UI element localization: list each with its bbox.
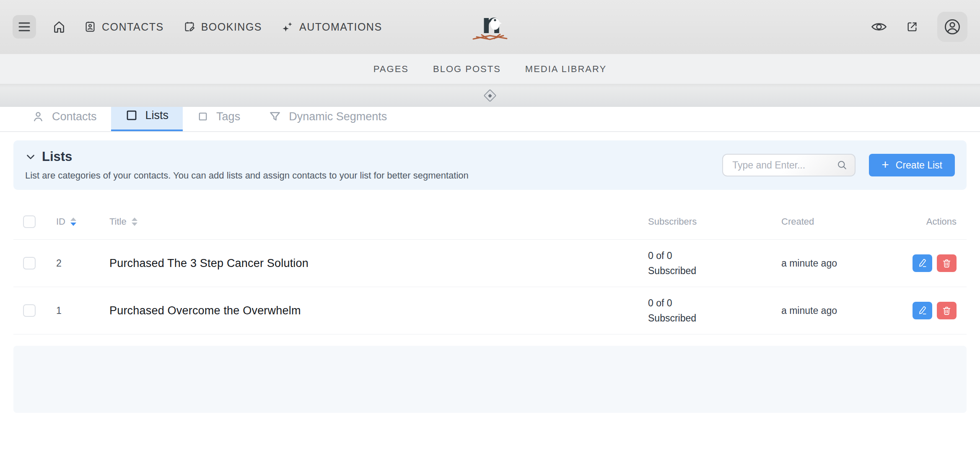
top-bar: CONTACTS BOOKINGS AUTOMATIONS n (0, 0, 980, 54)
row-subscribers-count: 0 of 0 (648, 248, 774, 263)
subnav-media-library[interactable]: MEDIA LIBRARY (525, 64, 607, 75)
logo-bird-eye (494, 19, 496, 21)
nav-contacts-label: CONTACTS (102, 21, 164, 33)
external-link-icon (905, 20, 919, 34)
header-gradient-strip (0, 84, 980, 107)
edit-list-button[interactable] (913, 254, 932, 272)
chevron-down-icon[interactable] (25, 151, 36, 162)
nav-automations-label: AUTOMATIONS (299, 21, 382, 33)
lists-panel-description: List are categories of your contacts. Yo… (25, 170, 722, 181)
row-created: a minute ago (781, 305, 837, 316)
delete-list-button[interactable] (937, 254, 957, 272)
empty-footer-panel (13, 346, 967, 413)
row-subscribers-label: Subscribed (648, 263, 774, 278)
tab-tags[interactable]: Tags (183, 107, 254, 132)
nav-bookings[interactable]: BOOKINGS (183, 21, 262, 33)
pencil-icon (917, 305, 928, 316)
tab-dynamic-segments[interactable]: Dynamic Segments (254, 107, 401, 132)
preview-button[interactable] (871, 21, 887, 33)
nav-bookings-label: BOOKINGS (201, 21, 262, 33)
eye-icon (871, 21, 887, 33)
top-bar-right (871, 12, 967, 42)
plus-icon: + (881, 158, 889, 171)
create-list-button[interactable]: + Create List (869, 154, 955, 176)
lists-panel-title: Lists (42, 149, 72, 164)
trash-icon (941, 258, 952, 269)
pencil-icon (917, 258, 928, 269)
table-row[interactable]: 2 Purchased The 3 Step Cancer Solution 0… (13, 239, 967, 287)
row-title-link[interactable]: Purchased The 3 Step Cancer Solution (109, 257, 309, 269)
lists-panel-controls: + Create List (722, 154, 955, 176)
row-id: 2 (56, 258, 62, 269)
row-actions (913, 254, 957, 272)
create-list-label: Create List (896, 160, 942, 171)
search-icon[interactable] (836, 159, 848, 171)
list-search (722, 154, 856, 176)
tag-icon (197, 111, 209, 122)
header-title-label: Title (109, 216, 127, 227)
list-search-input[interactable] (722, 154, 856, 176)
tab-lists[interactable]: Lists (111, 107, 183, 132)
segment-tabs: Contacts Lists Tags Dynamic Segments (0, 107, 980, 132)
subnav-blog-posts[interactable]: BLOG POSTS (433, 64, 501, 75)
tab-contacts-label: Contacts (52, 110, 97, 123)
lists-table-header: ID Title Subscribers Created Actions (13, 204, 967, 239)
sparkles-icon (281, 21, 294, 33)
row-checkbox[interactable] (23, 304, 36, 317)
nav-automations[interactable]: AUTOMATIONS (281, 21, 382, 33)
tab-contacts[interactable]: Contacts (18, 107, 111, 132)
open-external-button[interactable] (905, 20, 919, 34)
row-actions (913, 302, 957, 319)
row-subscribers-label: Subscribed (648, 311, 774, 326)
tab-dynamic-segments-label: Dynamic Segments (289, 110, 387, 123)
profile-button[interactable] (937, 12, 967, 42)
top-bar-left: CONTACTS BOOKINGS AUTOMATIONS (13, 15, 402, 39)
header-id-label: ID (56, 216, 65, 227)
row-id: 1 (56, 305, 62, 316)
edit-list-button[interactable] (913, 302, 932, 319)
select-all-checkbox[interactable] (23, 215, 36, 228)
diamond-marker-icon (483, 89, 496, 102)
row-checkbox[interactable] (23, 257, 36, 269)
header-id[interactable]: ID (56, 216, 99, 227)
sort-title-icon[interactable] (132, 218, 137, 226)
row-subscribers: 0 of 0 Subscribed (648, 248, 774, 278)
home-icon (52, 20, 66, 34)
home-button[interactable] (52, 20, 66, 34)
row-created: a minute ago (781, 258, 837, 269)
subnav-pages[interactable]: PAGES (373, 64, 409, 75)
contact-badge-icon (84, 21, 96, 33)
delete-list-button[interactable] (937, 302, 957, 319)
row-title-link[interactable]: Purchased Overcome the Overwhelm (109, 304, 301, 317)
row-subscribers: 0 of 0 Subscribed (648, 295, 774, 326)
header-title[interactable]: Title (109, 216, 640, 227)
tab-tags-label: Tags (216, 110, 240, 123)
person-icon (32, 110, 44, 123)
hamburger-icon (18, 21, 31, 32)
hamburger-menu-button[interactable] (13, 15, 36, 39)
diamond-marker-dot (488, 93, 492, 98)
user-circle-icon (944, 18, 961, 36)
trash-icon (941, 306, 952, 316)
table-row[interactable]: 1 Purchased Overcome the Overwhelm 0 of … (13, 287, 967, 334)
app-page: CONTACTS BOOKINGS AUTOMATIONS n (0, 0, 980, 456)
list-box-icon (125, 109, 138, 122)
header-created: Created (781, 216, 900, 227)
tab-lists-label: Lists (145, 109, 169, 122)
app-logo[interactable]: n (470, 8, 510, 46)
row-subscribers-count: 0 of 0 (648, 295, 774, 311)
main-content: Lists List are categories of your contac… (0, 140, 980, 413)
lists-table-body: 2 Purchased The 3 Step Cancer Solution 0… (13, 239, 967, 334)
content-sub-nav: PAGES BLOG POSTS MEDIA LIBRARY (0, 54, 980, 84)
nav-contacts[interactable]: CONTACTS (84, 21, 164, 33)
calendar-edit-icon (183, 21, 196, 33)
lists-panel-header: Lists List are categories of your contac… (13, 140, 967, 190)
header-actions: Actions (926, 216, 957, 227)
header-subscribers: Subscribers (648, 216, 774, 227)
sort-id-icon[interactable] (70, 218, 76, 226)
funnel-icon (269, 110, 281, 123)
lists-panel-text: Lists List are categories of your contac… (25, 149, 722, 181)
lists-table: ID Title Subscribers Created Actions (13, 204, 967, 334)
